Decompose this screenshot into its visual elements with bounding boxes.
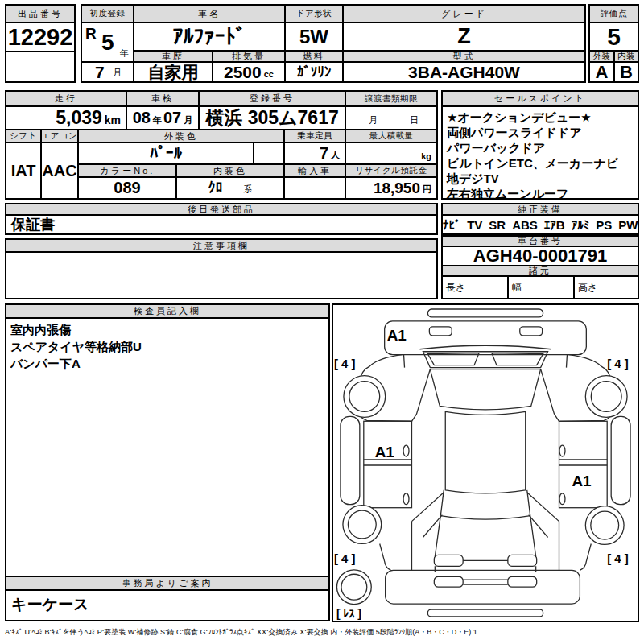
interior-grade-value: B xyxy=(613,61,639,83)
first-registration-year: R 5 年 xyxy=(80,22,134,63)
sales-point-line: 地デジTV xyxy=(447,171,634,186)
recycle-deposit-unit: 円 xyxy=(423,184,431,198)
door-handle xyxy=(559,445,565,456)
caution-body xyxy=(5,251,438,299)
legend-text: A:ｷｽﾞ U:ﾍｺﾐ B:ｷｽﾞを伴うﾍｺﾐ P:要塗装 W:補修跡 S:錆 … xyxy=(5,627,641,638)
door-shape-header: ドア形状 xyxy=(284,4,344,23)
first-registration-month: 7 月 xyxy=(80,61,134,83)
model-code-value: 3BA-AGH40W xyxy=(342,61,586,83)
tire-tread-front-right: [ 4 ] xyxy=(607,357,629,370)
front-lip xyxy=(427,309,543,317)
lot-empty-box xyxy=(5,51,76,83)
damage-mark-front: A1 xyxy=(387,327,407,344)
inspector-note-line: スペアタイヤ等格納部U xyxy=(10,338,324,355)
lot-number-value: 12292 xyxy=(5,22,76,52)
spec-height-cell: 高さ xyxy=(573,275,639,299)
rear-bumper xyxy=(386,570,580,604)
displacement-number: 2500 xyxy=(224,63,262,82)
shift-value: IAT xyxy=(5,142,42,200)
sales-point-line: 両側パワースライドドア xyxy=(447,125,634,140)
spec-height-label: 高さ xyxy=(578,281,597,295)
inspector-note-line: バンパー下A xyxy=(10,355,324,372)
fuel-value: ｶﾞｿﾘﾝ xyxy=(284,61,344,83)
reg-month: 7 xyxy=(95,63,105,82)
equipment-item: PW xyxy=(618,218,638,232)
door-handle xyxy=(403,493,409,505)
inspector-note-line: 室内内張傷 xyxy=(10,321,324,338)
capacity-value: 7 人 xyxy=(283,142,346,165)
first-registration-header: 初度登録 xyxy=(80,4,134,23)
right-side-sill xyxy=(611,416,630,504)
equipment-item: ｱﾙﾐ xyxy=(572,218,590,232)
score-value: 5 xyxy=(588,22,639,52)
chassis-number-value: AGH40-0001791 xyxy=(441,246,639,266)
spec-width-cell: 幅 xyxy=(507,275,575,299)
sales-point-line: ビルトインETC、メーカーナビ xyxy=(447,155,634,171)
grade-header: グレード xyxy=(342,4,586,23)
recycle-deposit-number: 18,950 xyxy=(374,180,420,197)
inspection-value: 08 年 07 月 xyxy=(126,105,200,130)
auction-sheet: 出品番号 12292 初度登録 R 5 年 7 月 車名 ｱﾙﾌｧｰﾄﾞ 車歴 … xyxy=(0,0,644,644)
tire-tread-front-left: [ 4 ] xyxy=(334,357,356,370)
transfer-deadline-header: 譲渡書類期限 xyxy=(345,90,438,107)
spare-tire-mark: [ ﾚｽ ] xyxy=(336,607,361,620)
damage-mark-right-rear: A1 xyxy=(572,473,591,489)
equipment-item: PS xyxy=(596,218,612,232)
equipment-item: TV xyxy=(467,218,482,232)
door-handle xyxy=(559,493,565,505)
oem-equipment-value: ﾅﾋﾞ TV SR ABS ｴｱB ｱﾙﾐ PS PW xyxy=(441,214,639,235)
capacity-number: 7 xyxy=(320,144,328,163)
sales-point-line: パワーバックドア xyxy=(447,140,634,155)
exterior-grade-value: A xyxy=(588,61,615,83)
lot-number-header: 出品番号 xyxy=(5,4,76,23)
max-load-value: kg xyxy=(345,142,438,165)
exterior-color-extra-box xyxy=(253,142,285,165)
reg-month-unit: 月 xyxy=(113,67,122,79)
spec-length-label: 長さ xyxy=(446,281,465,295)
inspection-header: 車検 xyxy=(126,90,200,107)
door-handle xyxy=(403,445,409,456)
displacement-value: 2500 cc xyxy=(212,61,286,83)
inspection-year: 08 xyxy=(133,109,151,127)
interior-color-name: ｸﾛ xyxy=(208,180,223,196)
sales-point-line: ★オークションデビュー★ xyxy=(447,109,634,125)
equipment-item: ｴｱB xyxy=(544,218,565,232)
inspector-notes-body: 室内内張傷 スペアタイヤ等格納部U バンパー下A xyxy=(5,317,330,577)
door-shape-value: 5W xyxy=(284,22,344,52)
interior-color-suffix: 系 xyxy=(244,184,253,198)
tire-tread-rear-right: [ 4 ] xyxy=(607,551,629,565)
registration-number-header: 登録番号 xyxy=(198,90,346,107)
inspection-month-unit: 月 xyxy=(184,114,192,129)
car-top-view-diagram: A1 A1 A1 [ 4 ] [ 4 ] [ 4 ] [ 4 ] [ ﾚｽ ] xyxy=(333,305,638,621)
displacement-unit: cc xyxy=(264,69,274,81)
max-load-unit: kg xyxy=(421,151,431,163)
sales-points-header: セールスポイント xyxy=(441,90,639,107)
equipment-item: SR xyxy=(489,218,506,232)
left-side-sill xyxy=(341,416,360,504)
transfer-day-unit: 日 xyxy=(410,114,419,126)
interior-color-value: ｸﾛ 系 xyxy=(175,176,285,200)
car-name-header: 車名 xyxy=(133,4,286,23)
right-doors xyxy=(559,421,608,507)
sales-point-line: 左右独立ムーンルーフ xyxy=(447,186,634,201)
car-name-value: ｱﾙﾌｧｰﾄﾞ xyxy=(133,22,286,52)
capacity-unit: 人 xyxy=(331,149,340,163)
inspection-month: 07 xyxy=(163,109,181,127)
score-header: 評価点 xyxy=(588,4,639,23)
exterior-color-value: ﾊﾟｰﾙ xyxy=(77,142,254,165)
spec-length-cell: 長さ xyxy=(441,275,509,299)
later-parts-value: 保証書 xyxy=(5,214,438,235)
mileage-value: 5,039 km xyxy=(5,105,127,130)
registration-number-value: 横浜 305ム7617 xyxy=(198,105,346,130)
mileage-unit: km xyxy=(105,114,121,129)
mileage-header: 走行 xyxy=(5,90,127,107)
rear-lip xyxy=(427,609,543,617)
import-car-value xyxy=(283,176,346,200)
sales-points-body: ★オークションデビュー★ 両側パワースライドドア パワーバックドア ビルトインE… xyxy=(441,105,639,200)
transfer-month-unit: 月 xyxy=(369,114,378,126)
aircon-value: AAC xyxy=(40,142,79,200)
era-letter: R xyxy=(85,25,97,43)
inspection-year-unit: 年 xyxy=(153,114,162,129)
reg-year-unit: 年 xyxy=(120,47,129,60)
spec-width-label: 幅 xyxy=(512,281,522,295)
